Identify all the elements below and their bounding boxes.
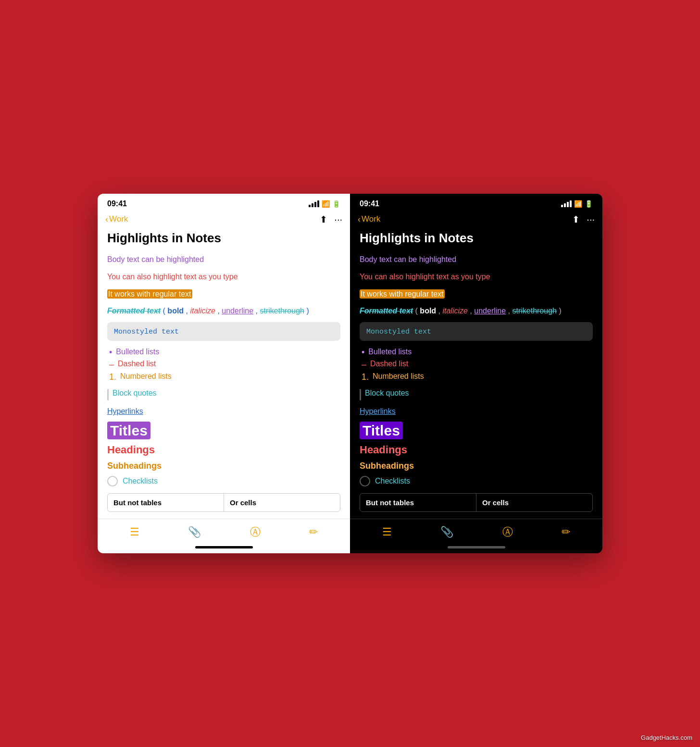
table-cell1-light: But not tables <box>108 494 224 511</box>
dash-light: – <box>109 360 114 370</box>
checklist-text-dark: Checklists <box>375 477 410 486</box>
heading-dark: Headings <box>360 444 593 456</box>
nav-bar-light: ‹ Work ⬆ ··· <box>98 210 350 229</box>
formatted-middle-light: ( <box>163 307 165 315</box>
subheading-light: Subheadings <box>107 461 340 471</box>
strikethrough-text-dark: strikethrough <box>512 307 557 315</box>
row-highlight-type-light: You can also highlight text as you type <box>107 272 340 282</box>
regular-text-highlight-dark: It works with regular text <box>360 289 445 299</box>
row-regular-text-light: It works with regular text <box>107 289 340 299</box>
dashed-text-light: Dashed list <box>118 360 156 368</box>
row-regular-text-dark: It works with regular text <box>360 289 593 299</box>
checklist-icon-dark[interactable]: ☰ <box>382 526 392 538</box>
title-dark: Titles <box>360 423 593 439</box>
mono-text-dark: Monostyled text <box>366 328 431 336</box>
table-cell2-dark: Or cells <box>476 494 592 511</box>
attachment-icon-dark[interactable]: 📎 <box>440 526 453 538</box>
subheading-dark: Subheadings <box>360 461 593 471</box>
title-highlight-dark: Titles <box>360 422 403 439</box>
italic-text-light: italicize <box>190 307 215 315</box>
pen-icon-dark[interactable]: Ⓐ <box>502 525 513 539</box>
bulleted-item-light: • Bulleted lists <box>109 348 340 358</box>
checklist-light: Checklists <box>107 476 340 486</box>
signal-dark <box>561 200 572 207</box>
bold-text-light: bold <box>167 307 184 315</box>
hyperlink-dark[interactable]: Hyperlinks <box>360 407 593 416</box>
pen-icon-light[interactable]: Ⓐ <box>250 525 261 539</box>
wifi-icon-light: 📶 <box>322 200 330 208</box>
heading-light: Headings <box>107 444 340 456</box>
phone-dark: 09:41 📶 🔋 ‹ Work ⬆ ··· <box>350 194 602 554</box>
status-icons-light: 📶 🔋 <box>309 200 340 208</box>
body-text-purple-light: Body text can be highlighted <box>107 255 204 263</box>
time-light: 09:41 <box>107 199 127 208</box>
attachment-icon-light[interactable]: 📎 <box>188 526 201 538</box>
formatted-strike-light: Formatted text <box>107 307 161 315</box>
share-icon-dark[interactable]: ⬆ <box>572 214 580 225</box>
title-highlight-light: Titles <box>107 422 150 439</box>
checklist-text-light: Checklists <box>123 477 158 486</box>
home-bar-light <box>195 546 253 548</box>
number-dark: 1. <box>362 372 369 383</box>
formatted-row-dark: Formatted text ( bold , italicize , unde… <box>360 307 593 315</box>
blockquote-dark: Block quotes <box>360 389 593 400</box>
back-chevron-light: ‹ <box>105 214 108 224</box>
strikethrough-text-light: strikethrough <box>260 307 304 315</box>
note-title-light: Highlights in Notes <box>107 231 340 246</box>
table-cell1-dark: But not tables <box>360 494 476 511</box>
check-circle-dark[interactable] <box>360 476 370 486</box>
table-row-dark: But not tables Or cells <box>360 494 592 511</box>
check-circle-light[interactable] <box>107 476 118 486</box>
status-bar-light: 09:41 📶 🔋 <box>98 194 350 210</box>
home-indicator-light <box>98 543 350 553</box>
back-button-dark[interactable]: ‹ Work <box>358 214 380 224</box>
mono-text-light: Monostyled text <box>114 328 179 336</box>
table-dark: But not tables Or cells <box>360 493 593 512</box>
compose-icon-dark[interactable]: ✏ <box>562 526 570 538</box>
hyperlink-light[interactable]: Hyperlinks <box>107 407 340 416</box>
underline-text-dark: underline <box>474 307 506 315</box>
toolbar-dark: ☰ 📎 Ⓐ ✏ <box>350 519 602 543</box>
title-light: Titles <box>107 423 340 439</box>
back-label-light: Work <box>109 214 128 224</box>
blockquote-bar-light <box>107 389 109 400</box>
more-icon-dark[interactable]: ··· <box>587 214 595 225</box>
numbered-item-dark: 1. Numbered lists <box>362 372 593 383</box>
regular-text-highlight-light: It works with regular text <box>107 289 192 299</box>
bullet-dot-dark: • <box>362 348 364 358</box>
formatted-row-light: Formatted text ( bold , italicize , unde… <box>107 307 340 315</box>
home-bar-dark <box>448 546 505 548</box>
number-light: 1. <box>109 372 116 383</box>
table-cell2-light: Or cells <box>224 494 340 511</box>
compose-icon-light[interactable]: ✏ <box>309 526 318 538</box>
checklist-icon-light[interactable]: ☰ <box>130 526 139 538</box>
mono-container-light: Monostyled text <box>107 322 340 341</box>
content-dark: Highlights in Notes Body text can be hig… <box>350 229 602 519</box>
bulleted-text-light: Bulleted lists <box>116 348 159 356</box>
status-bar-dark: 09:41 📶 🔋 <box>350 194 602 210</box>
row-body-text-light: Body text can be highlighted <box>107 254 340 265</box>
dashed-text-dark: Dashed list <box>370 360 408 368</box>
row-highlight-type-dark: You can also highlight text as you type <box>360 272 593 282</box>
underline-text-light: underline <box>222 307 253 315</box>
blockquote-text-light: Block quotes <box>112 389 157 398</box>
home-indicator-dark <box>350 543 602 553</box>
back-chevron-dark: ‹ <box>358 214 361 224</box>
checklist-dark: Checklists <box>360 476 593 486</box>
content-light: Highlights in Notes Body text can be hig… <box>98 229 350 519</box>
more-icon-light[interactable]: ··· <box>334 214 342 225</box>
blockquote-light: Block quotes <box>107 389 340 400</box>
signal-light <box>309 200 319 207</box>
back-button-light[interactable]: ‹ Work <box>105 214 128 224</box>
blockquote-bar-dark <box>360 389 361 400</box>
share-icon-light[interactable]: ⬆ <box>320 214 327 225</box>
battery-icon-dark: 🔋 <box>585 200 593 208</box>
time-dark: 09:41 <box>360 199 379 208</box>
watermark: GadgetHacks.com <box>641 734 692 741</box>
bullet-dot-light: • <box>109 348 112 358</box>
back-label-dark: Work <box>362 214 380 224</box>
wifi-icon-dark: 📶 <box>574 200 582 208</box>
blockquote-text-dark: Block quotes <box>365 389 409 398</box>
battery-icon-light: 🔋 <box>332 200 340 208</box>
list-container-light: • Bulleted lists – Dashed list 1. Number… <box>107 348 340 383</box>
